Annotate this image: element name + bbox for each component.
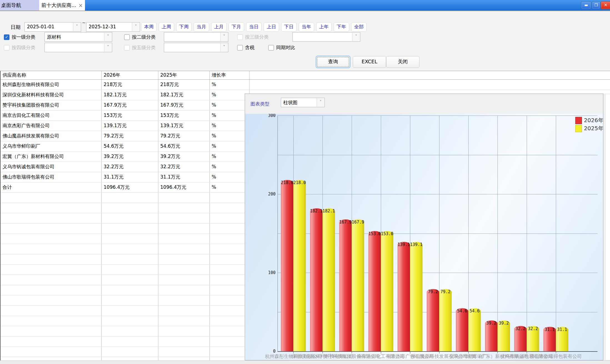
quick-range-button[interactable]: 本周: [141, 22, 157, 32]
quick-range-button[interactable]: 下周: [176, 22, 192, 32]
table-cell: [1, 213, 102, 223]
checkbox-icon[interactable]: [237, 45, 243, 51]
quick-range-button[interactable]: 全部: [351, 22, 367, 32]
category-select[interactable]: ˅: [44, 43, 112, 52]
table-cell: [158, 254, 210, 264]
table-cell: [210, 265, 249, 275]
checkbox-icon[interactable]: ✓: [4, 34, 9, 40]
compare-checkbox[interactable]: 同期对比: [268, 44, 295, 51]
category-select[interactable]: ˅: [164, 43, 228, 52]
quick-range-button[interactable]: 下月: [229, 22, 244, 32]
date-from-select[interactable]: 2025-01-01 ˅: [24, 22, 81, 32]
category-checkbox[interactable]: ✓按一级分类: [4, 34, 35, 40]
table-cell: 赞宇科技集团股份有限公司: [1, 100, 102, 110]
quick-range-button[interactable]: 下日: [281, 22, 297, 32]
quick-range-button[interactable]: 上月: [211, 22, 227, 32]
category-select-value: [45, 43, 112, 44]
table-cell: [102, 224, 158, 234]
chevron-down-icon[interactable]: ˅: [220, 33, 228, 41]
table-cell: [1, 254, 102, 264]
chevron-down-icon[interactable]: ˅: [220, 43, 228, 52]
y-axis-line: [278, 116, 278, 351]
chart-type-select[interactable]: 柱状图 ˅: [281, 98, 325, 107]
table-cell: %: [210, 172, 249, 182]
close-report-button[interactable]: 关闭: [386, 56, 419, 68]
table-cell: [158, 337, 210, 347]
bar-value-label: 139.1: [408, 242, 425, 247]
chevron-down-icon[interactable]: ˅: [104, 33, 112, 41]
tax-checkbox[interactable]: 含税: [237, 44, 254, 51]
quick-range-button[interactable]: 当日: [246, 22, 262, 32]
table-cell: %: [210, 152, 249, 162]
quick-range-button[interactable]: 下年: [334, 22, 349, 32]
chevron-down-icon[interactable]: ˅: [132, 23, 139, 31]
table-cell: [102, 347, 158, 357]
quick-range-button[interactable]: 上日: [264, 22, 279, 32]
legend-item: 2025年: [575, 125, 603, 132]
table-row[interactable]: 杭州森彤生物科技有限公司218万元218万元%: [1, 80, 610, 90]
vertical-scrollbar-thumb[interactable]: [605, 94, 610, 360]
v-gridline: [498, 116, 498, 351]
legend-swatch-icon: [575, 117, 582, 124]
table-cell: [210, 306, 249, 316]
legend-item: 2026年: [575, 117, 603, 124]
table-cell: 79.2万元: [158, 131, 210, 141]
table-cell: [102, 326, 158, 336]
chevron-down-icon[interactable]: ˅: [317, 98, 324, 107]
col-header-supplier[interactable]: 供应商名称: [1, 71, 102, 79]
tab-desktop-nav[interactable]: 桌面导航: [0, 0, 40, 11]
x-category-label: 佛山市歌瑞得包装有公司: [530, 353, 582, 360]
col-header-filler: [249, 71, 610, 79]
table-cell: [158, 193, 210, 203]
category-checkbox-label: 按三级分类: [245, 34, 269, 40]
table-cell: [102, 193, 158, 203]
category-select[interactable]: ˅: [164, 32, 228, 42]
table-cell: [158, 224, 210, 234]
tab-top-suppliers-label: 前十大供应商...: [41, 0, 76, 11]
table-cell: [210, 316, 249, 326]
col-header-2025[interactable]: 2025年: [158, 71, 210, 79]
query-button[interactable]: 查询: [316, 56, 350, 68]
category-select[interactable]: ˅: [292, 32, 360, 42]
vertical-scrollbar[interactable]: [603, 94, 610, 360]
category-select[interactable]: 原材料˅: [44, 32, 112, 42]
col-header-2026[interactable]: 2026年: [102, 71, 158, 79]
checkbox-icon[interactable]: [268, 45, 274, 51]
v-gridline: [527, 116, 527, 351]
checkbox-icon[interactable]: [124, 34, 130, 40]
quick-range-button[interactable]: 当月: [194, 22, 209, 32]
table-cell: %: [210, 121, 249, 131]
horizontal-scrollbar[interactable]: [0, 360, 610, 364]
table-cell: 1096.4万元: [102, 182, 158, 192]
table-cell: [1, 224, 102, 234]
legend-swatch-icon: [575, 125, 582, 132]
tab-close-icon[interactable]: ×: [78, 0, 83, 11]
date-to-select[interactable]: 2025-12-31 ˅: [86, 22, 140, 32]
chevron-down-icon[interactable]: ˅: [352, 33, 360, 41]
table-cell: 218万元: [158, 80, 210, 90]
close-window-button[interactable]: ✕: [601, 1, 610, 9]
table-cell: [158, 265, 210, 275]
bar-2025年: [439, 289, 452, 351]
minimize-button[interactable]: ▬: [581, 1, 591, 9]
title-bar: 桌面导航 前十大供应商... × ▬ ❐ ✕: [0, 0, 610, 11]
maximize-button[interactable]: ❐: [592, 1, 600, 9]
table-cell: 54.6万元: [102, 141, 158, 151]
bar-chart: 0100200300218.0182.1167.9153.0139.179.25…: [245, 114, 603, 360]
minimize-icon: ▬: [584, 3, 588, 7]
bar-2026年: [339, 219, 352, 351]
table-cell: [102, 295, 158, 305]
bar-2026年: [398, 242, 410, 351]
quick-range-button[interactable]: 当年: [299, 22, 314, 32]
chevron-down-icon[interactable]: ˅: [104, 43, 112, 52]
table-cell: %: [210, 141, 249, 151]
tab-top-suppliers[interactable]: 前十大供应商... ×: [39, 0, 85, 11]
table-cell: [1, 285, 102, 295]
chevron-down-icon[interactable]: ˅: [73, 23, 81, 31]
excel-export-button[interactable]: EXCEL: [353, 56, 386, 68]
quick-range-button[interactable]: 上年: [316, 22, 332, 32]
col-header-growth[interactable]: 增长率: [210, 71, 249, 79]
table-cell: [210, 234, 249, 244]
quick-range-button[interactable]: 上周: [159, 22, 174, 32]
category-checkbox[interactable]: 按二级分类: [124, 34, 156, 40]
